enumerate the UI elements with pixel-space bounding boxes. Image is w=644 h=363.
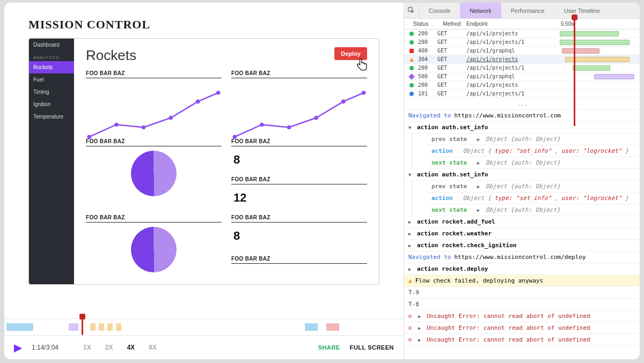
- tile-num-4: FOO BAR BAZ: [231, 256, 367, 271]
- sidebar-item-fuel[interactable]: Fuel: [29, 73, 74, 86]
- playback-time: 1:14/3:04: [32, 344, 58, 351]
- play-button[interactable]: ▶: [14, 341, 22, 354]
- tab-performance[interactable]: Performance: [501, 3, 554, 18]
- tile-pie-2: FOO BAR BAZ: [86, 214, 222, 272]
- network-row[interactable]: 304GET/api/v1/projects: [404, 55, 640, 64]
- tile-title: FOO BAR BAZ: [231, 176, 367, 184]
- timeline[interactable]: [4, 318, 404, 336]
- log-text: T-8: [404, 299, 640, 310]
- log-next-state: next state ▶Object {auth: Object}: [427, 204, 640, 216]
- error-icon: ⊘: [408, 324, 415, 331]
- speed-4x[interactable]: 4X: [127, 344, 135, 351]
- app-title: MISSION CONTROL: [28, 18, 379, 32]
- sidebar-item-temperature[interactable]: Temperature: [29, 110, 74, 123]
- col-endpoint: Endpoint: [466, 21, 540, 27]
- svg-point-6: [233, 135, 237, 139]
- network-row[interactable]: 400GET/api/v1/graphql: [404, 47, 640, 55]
- sidebar-item-dashboard[interactable]: Dashboard: [29, 39, 74, 51]
- log-action-collapsed[interactable]: ▶action rocket.add_fuel: [404, 216, 640, 228]
- svg-point-0: [87, 135, 92, 139]
- svg-point-5: [216, 91, 221, 95]
- svg-point-10: [341, 100, 346, 104]
- log-warning: ▲Flow check failed, deploying anyways: [404, 275, 640, 287]
- speed-1x[interactable]: 1X: [83, 344, 91, 351]
- log-action-collapsed[interactable]: ▶action rocket.deploy: [404, 263, 640, 275]
- log-error[interactable]: ⊘▶Uncaught Error: cannot read abort of u…: [404, 334, 640, 346]
- tile-title: FOO BAR BAZ: [231, 70, 367, 78]
- line-chart: [86, 83, 222, 131]
- col-method: Method: [437, 21, 466, 27]
- sidebar-item-ignition[interactable]: Ignition: [29, 98, 74, 110]
- console-log: ... Navigated to https://www.missioncont…: [404, 98, 640, 359]
- player-pane: MISSION CONTROL Dashboard ANALYTICS Rock…: [4, 3, 404, 359]
- svg-point-7: [260, 123, 264, 127]
- tile-value: 8: [231, 151, 367, 168]
- pie-chart: [131, 151, 177, 196]
- share-button[interactable]: SHARE: [318, 344, 340, 351]
- app-card: Dashboard ANALYTICS Rockets Fuel Timing …: [28, 38, 379, 285]
- svg-point-3: [169, 116, 173, 120]
- tab-console[interactable]: Console: [419, 3, 460, 18]
- svg-point-1: [114, 123, 119, 127]
- sidebar: Dashboard ANALYTICS Rockets Fuel Timing …: [29, 39, 74, 284]
- svg-point-4: [196, 100, 200, 104]
- log-action-head[interactable]: ▼action auth.set_info: [404, 169, 640, 181]
- log-navigated: Navigated to https://www.missioncontrol.…: [404, 251, 640, 263]
- log-next-state: next state ▶Object {auth: Object}: [427, 157, 640, 169]
- sidebar-item-rockets[interactable]: Rockets: [29, 61, 74, 73]
- log-truncated: ...: [404, 98, 640, 110]
- log-navigated: Navigated to https://www.missioncontrol.…: [404, 110, 640, 122]
- network-rows: 200GET/api/v1/projects200GET/api/v1/proj…: [404, 29, 640, 98]
- col-status: Status: [404, 21, 437, 27]
- log-action: action Object {type: "set_info", user: "…: [427, 145, 640, 157]
- fullscreen-button[interactable]: FULL SCREEN: [350, 344, 394, 351]
- svg-point-8: [287, 125, 291, 130]
- sidebar-section-label: ANALYTICS: [29, 51, 74, 61]
- log-prev-state: prev state ▶Object {auth: Object}: [427, 134, 640, 145]
- tile-num-2: FOO BAR BAZ 12: [231, 176, 367, 206]
- svg-point-9: [314, 116, 318, 120]
- error-icon: ⊘: [408, 336, 415, 343]
- error-icon: ⊘: [408, 313, 415, 320]
- tile-value: 8: [231, 227, 367, 244]
- log-action-collapsed[interactable]: ▶action rocket.check_ignition: [404, 240, 640, 251]
- timeline-marker[interactable]: [82, 318, 83, 335]
- inspect-icon[interactable]: [404, 3, 419, 18]
- svg-point-2: [142, 125, 146, 130]
- speed-8x[interactable]: 8X: [149, 344, 157, 351]
- devtools-pane: Console Network Performance User Timelin…: [404, 3, 640, 359]
- network-row[interactable]: 500GET/api/v1/graphql: [404, 72, 640, 81]
- log-text: T-9: [404, 287, 640, 299]
- tab-user-timeline[interactable]: User Timeline: [554, 3, 610, 18]
- network-row[interactable]: 200GET/api/v1/projects: [404, 81, 640, 90]
- network-row[interactable]: 200GET/api/v1/projects/1: [404, 64, 640, 72]
- playback-controls: ▶ 1:14/3:04 1X 2X 4X 8X SHARE FULL SCREE…: [4, 336, 404, 359]
- warning-icon: ▲: [408, 277, 412, 284]
- speed-2x[interactable]: 2X: [105, 344, 113, 351]
- page-title: Rockets: [86, 47, 136, 64]
- network-row[interactable]: 200GET/api/v1/projects: [404, 29, 640, 38]
- tile-title: FOO BAR BAZ: [86, 214, 222, 223]
- tile-title: FOO BAR BAZ: [231, 256, 367, 264]
- pie-chart: [131, 227, 177, 272]
- devtools-tabs: Console Network Performance User Timelin…: [404, 3, 640, 19]
- collapse-toggle-icon[interactable]: ▼: [408, 125, 414, 130]
- tab-network[interactable]: Network: [460, 3, 501, 18]
- network-time-marker[interactable]: [574, 19, 575, 126]
- time-marker-label: 0.50s: [561, 21, 574, 27]
- sidebar-item-timing[interactable]: Timing: [29, 86, 74, 98]
- network-row[interactable]: 101GET/api/v1/projects/1: [404, 90, 640, 98]
- log-action-collapsed[interactable]: ▶action rocket.weather: [404, 228, 640, 240]
- network-row[interactable]: 200GET/api/v1/projects/1: [404, 38, 640, 47]
- network-header: Status Method Endpoint 0.50s: [404, 19, 640, 29]
- log-action-head[interactable]: ▼action auth.set_info: [404, 122, 640, 134]
- tile-pie-1: FOO BAR BAZ: [86, 138, 222, 207]
- tile-line-2: FOO BAR BAZ: [231, 70, 367, 131]
- tile-num-3: FOO BAR BAZ 8: [231, 214, 367, 247]
- log-error[interactable]: ⊘▶Uncaught Error: cannot read abort of u…: [404, 310, 640, 322]
- log-action: action Object {type: "set_info", user: "…: [427, 192, 640, 204]
- main-content: Rockets Deploy FOO BAR BAZ: [74, 39, 379, 284]
- cursor-pointer-icon: [356, 58, 368, 75]
- log-error[interactable]: ⊘▶Uncaught Error: cannot read abort of u…: [404, 322, 640, 334]
- collapse-toggle-icon[interactable]: ▼: [408, 172, 414, 177]
